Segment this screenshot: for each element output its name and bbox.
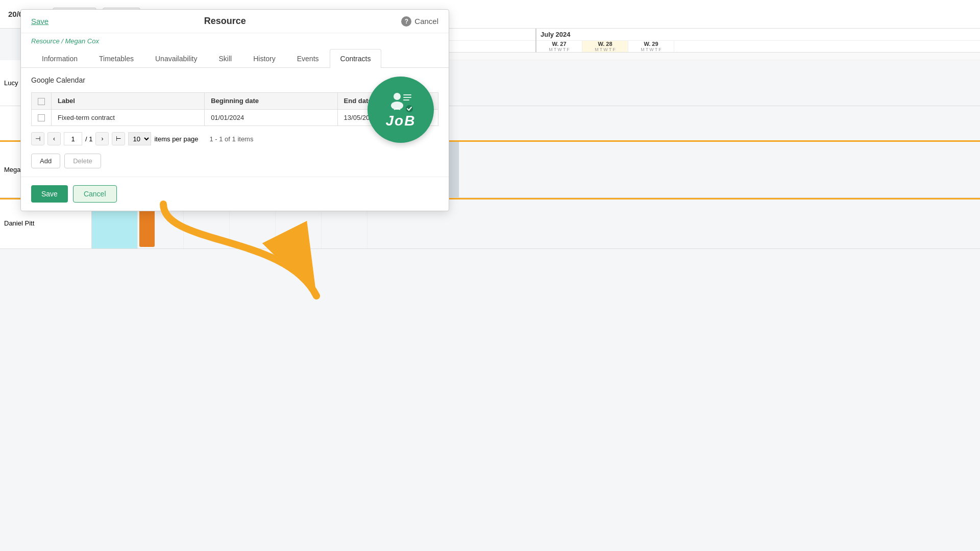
july-header: July 2024 W. 27MTWTF W. 28MTWTF W. 29MTW… [536, 29, 980, 52]
tab-information[interactable]: Information [31, 49, 88, 68]
week-28: W. 28MTWTF [582, 41, 628, 52]
job-badge: JoB [368, 77, 434, 143]
row-beginning-date: 01/01/2024 [205, 109, 337, 126]
week-29: W. 29MTWTF [628, 41, 674, 52]
page-info: 1 - 1 of 1 items [209, 135, 253, 143]
breadcrumb: Resource / Megan Cox [21, 33, 449, 49]
next-page-button[interactable]: › [95, 132, 109, 145]
svg-rect-3 [403, 97, 411, 98]
dialog-header: Save Resource ? Cancel [21, 10, 449, 33]
row-check-cell [32, 109, 52, 126]
google-calendar-label: Google Calendar [31, 76, 438, 84]
page-separator: / 1 [85, 135, 92, 143]
footer-cancel-button[interactable]: Cancel [73, 185, 117, 203]
col-check [32, 93, 52, 110]
pagination: ⊣ ‹ / 1 › ⊢ 10 items per page 1 - 1 of 1… [31, 132, 438, 145]
svg-rect-2 [403, 94, 411, 95]
tab-history[interactable]: History [242, 49, 286, 68]
action-buttons: Add Delete [31, 154, 438, 168]
tab-bar: Information Timetables Unavailability Sk… [21, 49, 449, 68]
footer-save-button[interactable]: Save [31, 185, 68, 203]
tab-events[interactable]: Events [286, 49, 330, 68]
col-beginning-date: Beginning date [205, 93, 337, 110]
tab-unavailability[interactable]: Unavailability [144, 49, 208, 68]
add-button[interactable]: Add [31, 154, 60, 168]
last-page-button[interactable]: ⊢ [112, 132, 125, 145]
july-weeks: W. 27MTWTF W. 28MTWTF W. 29MTWTF [536, 41, 980, 52]
help-icon[interactable]: ? [401, 16, 411, 27]
job-icon [387, 90, 414, 113]
dialog-title: Resource [48, 16, 401, 27]
items-per-page-label: items per page [154, 135, 198, 143]
delete-button[interactable]: Delete [64, 154, 101, 168]
page-number-input[interactable] [64, 132, 82, 145]
header-cancel-group: ? Cancel [401, 16, 438, 27]
row-checkbox[interactable] [38, 114, 45, 121]
tab-skill[interactable]: Skill [208, 49, 242, 68]
svg-point-0 [394, 93, 401, 100]
job-badge-text: JoB [386, 113, 416, 129]
header-cancel-button[interactable]: Cancel [414, 17, 438, 26]
col-label: Label [52, 93, 205, 110]
svg-rect-4 [403, 99, 409, 101]
dialog-footer: Save Cancel [21, 177, 449, 211]
header-checkbox[interactable] [38, 98, 45, 105]
breadcrumb-text: Resource / Megan Cox [31, 37, 99, 45]
tab-timetables[interactable]: Timetables [88, 49, 144, 68]
prev-page-button[interactable]: ‹ [47, 132, 61, 145]
tab-contracts[interactable]: Contracts [330, 49, 382, 68]
week-27: W. 27MTWTF [536, 41, 582, 52]
first-page-button[interactable]: ⊣ [31, 132, 44, 145]
row-label: Fixed-term contract [52, 109, 205, 126]
header-save-button[interactable]: Save [31, 17, 48, 26]
per-page-select[interactable]: 10 [128, 132, 151, 145]
july-label: July 2024 [536, 29, 980, 41]
